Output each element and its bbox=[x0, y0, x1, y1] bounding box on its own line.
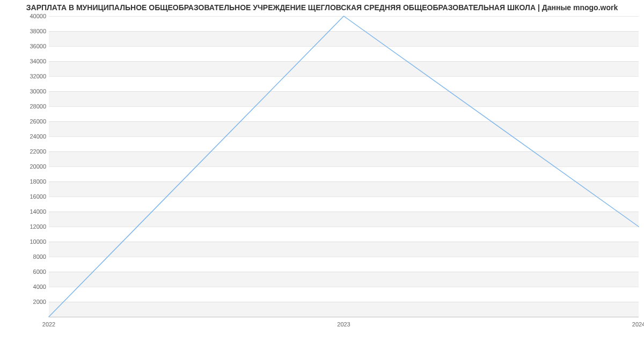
y-tick-label: 26000 bbox=[3, 118, 46, 125]
y-tick-label: 38000 bbox=[3, 28, 46, 34]
y-tick-label: 30000 bbox=[3, 88, 46, 94]
y-tick-label: 34000 bbox=[3, 58, 46, 64]
chart-title: ЗАРПЛАТА В МУНИЦИПАЛЬНОЕ ОБЩЕОБРАЗОВАТЕЛ… bbox=[0, 3, 644, 12]
y-tick-label: 14000 bbox=[3, 208, 46, 215]
series-path bbox=[49, 16, 639, 317]
y-tick-label: 12000 bbox=[3, 223, 46, 230]
y-tick-label: 4000 bbox=[3, 283, 46, 290]
y-tick-label: 2000 bbox=[3, 299, 46, 305]
x-tick-label: 2024 bbox=[632, 321, 644, 328]
y-tick-label: 28000 bbox=[3, 103, 46, 110]
y-tick-label: 36000 bbox=[3, 43, 46, 49]
y-tick-label: 16000 bbox=[3, 193, 46, 200]
line-series bbox=[49, 16, 639, 317]
y-tick-label: 6000 bbox=[3, 268, 46, 275]
plot-area bbox=[49, 16, 639, 317]
salary-line-chart: ЗАРПЛАТА В МУНИЦИПАЛЬНОЕ ОБЩЕОБРАЗОВАТЕЛ… bbox=[0, 0, 644, 349]
y-tick-label: 18000 bbox=[3, 178, 46, 185]
y-tick-label: 40000 bbox=[3, 13, 46, 19]
y-tick-label: 10000 bbox=[3, 238, 46, 245]
y-tick-label: 24000 bbox=[3, 133, 46, 140]
y-tick-label: 8000 bbox=[3, 253, 46, 260]
x-tick-label: 2022 bbox=[42, 321, 55, 328]
y-tick-label: 32000 bbox=[3, 73, 46, 79]
y-tick-label: 22000 bbox=[3, 148, 46, 155]
x-tick-label: 2023 bbox=[337, 321, 350, 328]
y-tick-label: 20000 bbox=[3, 163, 46, 170]
